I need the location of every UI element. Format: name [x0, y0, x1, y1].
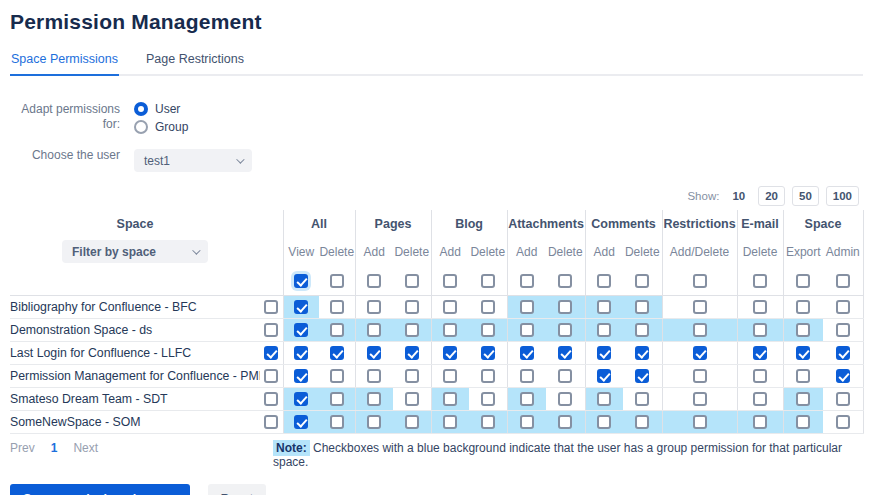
permission-checkbox-email-delete[interactable] — [753, 392, 767, 406]
permission-checkbox-blog-delete[interactable] — [481, 323, 495, 337]
permission-checkbox-space-export[interactable] — [796, 369, 810, 383]
permission-checkbox-email-delete[interactable] — [753, 415, 767, 429]
tab-page-restrictions[interactable]: Page Restrictions — [145, 50, 245, 74]
radio-user-selected-icon[interactable] — [134, 102, 148, 116]
page-size-100[interactable]: 100 — [826, 186, 859, 206]
permission-checkbox-blog-add[interactable] — [443, 323, 457, 337]
permission-checkbox-blog-add[interactable] — [443, 300, 457, 314]
permission-checkbox-all-delete[interactable] — [330, 300, 344, 314]
permission-checkbox-blog-delete[interactable] — [481, 415, 495, 429]
permission-checkbox-attachments-add[interactable] — [520, 300, 534, 314]
permission-checkbox-all-delete[interactable] — [330, 415, 344, 429]
permission-checkbox-space-admin[interactable] — [836, 415, 850, 429]
permission-checkbox-attachments-add[interactable] — [520, 415, 534, 429]
permission-checkbox-pages-add[interactable] — [367, 392, 381, 406]
select-all-checkbox-pages-delete[interactable] — [405, 274, 419, 288]
permission-checkbox-all-delete[interactable] — [330, 346, 344, 360]
permission-checkbox-blog-delete[interactable] — [481, 369, 495, 383]
permission-checkbox-restrictions-add-delete[interactable] — [693, 323, 707, 337]
permission-checkbox-comments-add[interactable] — [597, 415, 611, 429]
permission-checkbox-restrictions-add-delete[interactable] — [693, 415, 707, 429]
permission-checkbox-attachments-delete[interactable] — [558, 323, 572, 337]
permission-checkbox-attachments-delete[interactable] — [558, 300, 572, 314]
row-select-checkbox[interactable] — [264, 346, 278, 360]
permission-checkbox-blog-add[interactable] — [443, 392, 457, 406]
permission-checkbox-all-view[interactable] — [294, 300, 308, 314]
row-select-checkbox[interactable] — [264, 300, 278, 314]
row-select-checkbox[interactable] — [264, 415, 278, 429]
reset-button[interactable]: Reset — [208, 484, 267, 495]
permission-checkbox-all-delete[interactable] — [330, 369, 344, 383]
permission-checkbox-comments-delete[interactable] — [635, 415, 649, 429]
permission-checkbox-pages-delete[interactable] — [405, 415, 419, 429]
filter-by-space-select[interactable]: Filter by space — [62, 240, 208, 263]
permission-checkbox-pages-add[interactable] — [367, 346, 381, 360]
permission-checkbox-pages-add[interactable] — [367, 300, 381, 314]
select-all-checkbox-comments-delete[interactable] — [635, 274, 649, 288]
permission-checkbox-comments-add[interactable] — [597, 300, 611, 314]
permission-checkbox-blog-add[interactable] — [443, 346, 457, 360]
row-select-checkbox[interactable] — [264, 369, 278, 383]
permission-checkbox-email-delete[interactable] — [753, 323, 767, 337]
permission-checkbox-all-view[interactable] — [294, 369, 308, 383]
permission-checkbox-attachments-delete[interactable] — [558, 415, 572, 429]
permission-checkbox-restrictions-add-delete[interactable] — [693, 346, 707, 360]
permission-checkbox-comments-add[interactable] — [597, 346, 611, 360]
permission-checkbox-pages-delete[interactable] — [405, 369, 419, 383]
permission-checkbox-attachments-delete[interactable] — [558, 369, 572, 383]
select-all-checkbox-attachments-add[interactable] — [520, 274, 534, 288]
permission-checkbox-space-export[interactable] — [796, 346, 810, 360]
permission-checkbox-blog-add[interactable] — [443, 415, 457, 429]
permission-checkbox-email-delete[interactable] — [753, 369, 767, 383]
permission-checkbox-comments-delete[interactable] — [635, 323, 649, 337]
select-all-checkbox-comments-add[interactable] — [597, 274, 611, 288]
page-size-20[interactable]: 20 — [758, 186, 785, 206]
permission-checkbox-all-view[interactable] — [294, 415, 308, 429]
permission-checkbox-pages-add[interactable] — [367, 415, 381, 429]
permission-checkbox-pages-add[interactable] — [367, 369, 381, 383]
permission-checkbox-all-view[interactable] — [294, 346, 308, 360]
permission-checkbox-attachments-add[interactable] — [520, 392, 534, 406]
permission-checkbox-blog-delete[interactable] — [481, 300, 495, 314]
permission-checkbox-comments-delete[interactable] — [635, 369, 649, 383]
permission-checkbox-space-admin[interactable] — [836, 392, 850, 406]
choose-user-select[interactable]: test1 — [134, 149, 252, 172]
permission-checkbox-space-export[interactable] — [796, 300, 810, 314]
page-size-10[interactable]: 10 — [726, 187, 751, 205]
select-all-checkbox-restrictions-add-delete[interactable] — [693, 274, 707, 288]
permission-checkbox-space-export[interactable] — [796, 415, 810, 429]
permission-checkbox-blog-delete[interactable] — [481, 392, 495, 406]
row-select-checkbox[interactable] — [264, 392, 278, 406]
prev-page-link[interactable]: Prev — [10, 441, 35, 455]
permission-checkbox-comments-add[interactable] — [597, 369, 611, 383]
permission-checkbox-comments-add[interactable] — [597, 392, 611, 406]
permission-checkbox-restrictions-add-delete[interactable] — [693, 369, 707, 383]
permission-checkbox-attachments-delete[interactable] — [558, 346, 572, 360]
permission-checkbox-space-admin[interactable] — [836, 346, 850, 360]
save-permission-changes-button[interactable]: Save permission changes — [10, 484, 190, 495]
page-size-50[interactable]: 50 — [792, 186, 819, 206]
permission-checkbox-attachments-add[interactable] — [520, 323, 534, 337]
permission-checkbox-pages-delete[interactable] — [405, 323, 419, 337]
select-all-checkbox-pages-add[interactable] — [367, 274, 381, 288]
permission-checkbox-pages-delete[interactable] — [405, 346, 419, 360]
row-select-checkbox[interactable] — [264, 323, 278, 337]
permission-checkbox-restrictions-add-delete[interactable] — [693, 300, 707, 314]
permission-checkbox-email-delete[interactable] — [753, 300, 767, 314]
select-all-checkbox-email-delete[interactable] — [753, 274, 767, 288]
permission-checkbox-blog-delete[interactable] — [481, 346, 495, 360]
select-all-checkbox-all-view[interactable] — [294, 274, 308, 288]
radio-group-unselected-icon[interactable] — [134, 120, 148, 134]
permission-checkbox-attachments-add[interactable] — [520, 346, 534, 360]
permission-checkbox-space-admin[interactable] — [836, 369, 850, 383]
permission-checkbox-pages-add[interactable] — [367, 323, 381, 337]
permission-checkbox-space-admin[interactable] — [836, 323, 850, 337]
select-all-checkbox-space-export[interactable] — [796, 274, 810, 288]
radio-option-user[interactable]: User — [134, 100, 188, 118]
select-all-checkbox-all-delete[interactable] — [330, 274, 344, 288]
permission-checkbox-pages-delete[interactable] — [405, 300, 419, 314]
permission-checkbox-pages-delete[interactable] — [405, 392, 419, 406]
permission-checkbox-all-view[interactable] — [294, 323, 308, 337]
permission-checkbox-space-admin[interactable] — [836, 300, 850, 314]
permission-checkbox-space-export[interactable] — [796, 323, 810, 337]
